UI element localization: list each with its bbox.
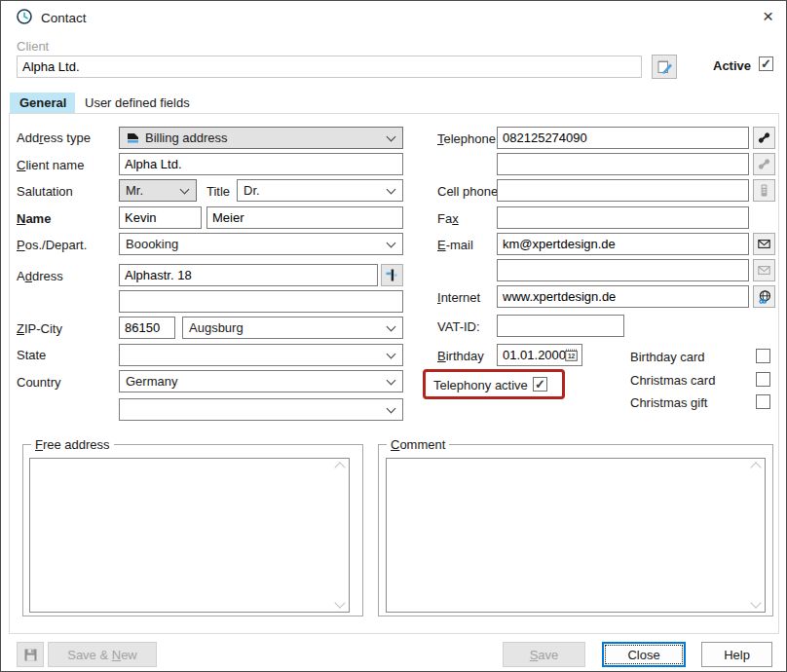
chevron-down-icon bbox=[387, 322, 396, 332]
annotation-highlight-box: Telephony active ✓ bbox=[423, 369, 565, 399]
name-label: Name bbox=[17, 211, 51, 227]
comment-label: Comment bbox=[387, 437, 449, 452]
telephone-label: Telephone bbox=[437, 131, 496, 147]
billing-address-icon bbox=[126, 131, 140, 145]
chevron-down-icon bbox=[387, 350, 396, 359]
window-title: Contact bbox=[41, 11, 87, 26]
birthday-card-checkbox[interactable] bbox=[756, 349, 770, 363]
save-icon-button[interactable] bbox=[17, 642, 44, 667]
save-button[interactable]: Save bbox=[503, 642, 585, 667]
close-button[interactable]: Close bbox=[602, 642, 686, 667]
send-email-button[interactable] bbox=[753, 233, 775, 255]
envelope-icon bbox=[757, 263, 771, 278]
comment-textarea[interactable] bbox=[386, 458, 766, 613]
free-address-label: Free address bbox=[31, 437, 114, 452]
first-name-input[interactable] bbox=[119, 206, 202, 229]
chevron-down-icon bbox=[387, 376, 396, 386]
country-select[interactable]: Germany bbox=[119, 370, 403, 392]
dial-telephone-button[interactable] bbox=[753, 127, 775, 149]
address-map-button[interactable] bbox=[381, 264, 403, 286]
address-label: Address bbox=[17, 269, 63, 284]
client-input[interactable] bbox=[17, 56, 642, 78]
notepad-pencil-icon bbox=[656, 58, 673, 75]
address-line2-input[interactable] bbox=[119, 290, 403, 313]
christmas-gift-checkbox[interactable] bbox=[756, 394, 770, 409]
zip-input[interactable] bbox=[119, 317, 175, 339]
email2-input[interactable] bbox=[497, 259, 749, 281]
tab-user-defined-fields[interactable]: User defined fields bbox=[75, 93, 200, 113]
dial-telephone2-button[interactable] bbox=[753, 153, 775, 175]
telephony-active-checkbox[interactable]: ✓ bbox=[533, 377, 547, 392]
active-checkbox[interactable]: ✓ bbox=[759, 56, 773, 71]
salutation-select[interactable]: Mr. bbox=[119, 179, 197, 202]
chevron-down-icon bbox=[387, 239, 396, 248]
close-icon[interactable]: × bbox=[763, 6, 773, 27]
city-select[interactable]: Augsburg bbox=[182, 317, 403, 339]
envelope-icon bbox=[757, 237, 771, 251]
app-clock-icon bbox=[16, 8, 33, 25]
christmas-gift-label: Christmas gift bbox=[630, 395, 707, 411]
save-and-new-button[interactable]: Save & New bbox=[48, 642, 157, 667]
zip-city-label: ZIP-City bbox=[17, 321, 62, 337]
active-label: Active bbox=[713, 58, 751, 74]
client-name-input[interactable] bbox=[119, 153, 403, 175]
state-select[interactable] bbox=[119, 344, 403, 366]
svg-text:12: 12 bbox=[568, 353, 576, 359]
telephone-input[interactable] bbox=[497, 127, 749, 149]
client-label: Client bbox=[17, 39, 49, 55]
vat-id-input[interactable] bbox=[497, 315, 624, 337]
title-label: Title bbox=[206, 184, 230, 200]
address-type-select[interactable]: Billing address bbox=[119, 127, 403, 149]
fax-label: Fax bbox=[437, 211, 459, 227]
email-input[interactable] bbox=[497, 233, 749, 255]
address-type-label: Address type bbox=[17, 131, 91, 146]
telephone2-input[interactable] bbox=[497, 153, 749, 175]
globe-icon bbox=[757, 289, 772, 305]
last-name-input[interactable] bbox=[206, 206, 403, 229]
chevron-down-icon bbox=[387, 185, 396, 195]
pos-depart-select[interactable]: Boooking bbox=[119, 233, 403, 255]
client-name-label: Client name bbox=[17, 158, 84, 173]
chevron-down-icon bbox=[387, 404, 396, 414]
phone-icon bbox=[757, 131, 771, 145]
tab-general[interactable]: General bbox=[10, 93, 76, 113]
signpost-icon bbox=[385, 268, 399, 282]
cell-phone-label: Cell phone bbox=[437, 184, 498, 200]
contact-dialog: Contact × Client Active ✓ General User d… bbox=[0, 0, 787, 672]
cell-phone-input[interactable] bbox=[497, 179, 749, 202]
free-address-textarea[interactable] bbox=[29, 458, 350, 613]
birthday-card-label: Birthday card bbox=[630, 350, 705, 365]
email-label: E-mail bbox=[437, 238, 473, 253]
extra-select[interactable] bbox=[119, 398, 403, 421]
birthday-input[interactable]: 01.01.2000 12 bbox=[497, 344, 582, 366]
client-edit-button[interactable] bbox=[652, 55, 677, 79]
help-button[interactable]: Help bbox=[701, 642, 772, 667]
chevron-down-icon bbox=[180, 185, 190, 195]
phone-icon bbox=[757, 157, 771, 171]
dial-cell-button[interactable] bbox=[753, 179, 775, 202]
country-label: Country bbox=[17, 375, 61, 391]
internet-label: Internet bbox=[437, 290, 480, 306]
internet-input[interactable] bbox=[497, 285, 749, 308]
telephony-active-label: Telephony active bbox=[433, 378, 528, 393]
cellphone-icon bbox=[757, 183, 771, 198]
open-website-button[interactable] bbox=[753, 285, 775, 308]
address-input[interactable] bbox=[119, 264, 378, 286]
calendar-icon[interactable]: 12 bbox=[564, 348, 579, 362]
send-email2-button[interactable] bbox=[753, 259, 775, 281]
fax-input[interactable] bbox=[497, 206, 749, 229]
title-select[interactable]: Dr. bbox=[237, 179, 403, 202]
chevron-down-icon bbox=[387, 132, 396, 142]
birthday-label: Birthday bbox=[437, 349, 484, 364]
floppy-disk-icon bbox=[23, 648, 38, 662]
christmas-card-checkbox[interactable] bbox=[756, 372, 770, 387]
state-label: State bbox=[17, 348, 46, 363]
salutation-label: Salutation bbox=[17, 184, 73, 200]
vat-id-label: VAT-ID: bbox=[437, 319, 480, 335]
pos-depart-label: Pos./Depart. bbox=[17, 238, 87, 253]
christmas-card-label: Christmas card bbox=[630, 373, 715, 389]
